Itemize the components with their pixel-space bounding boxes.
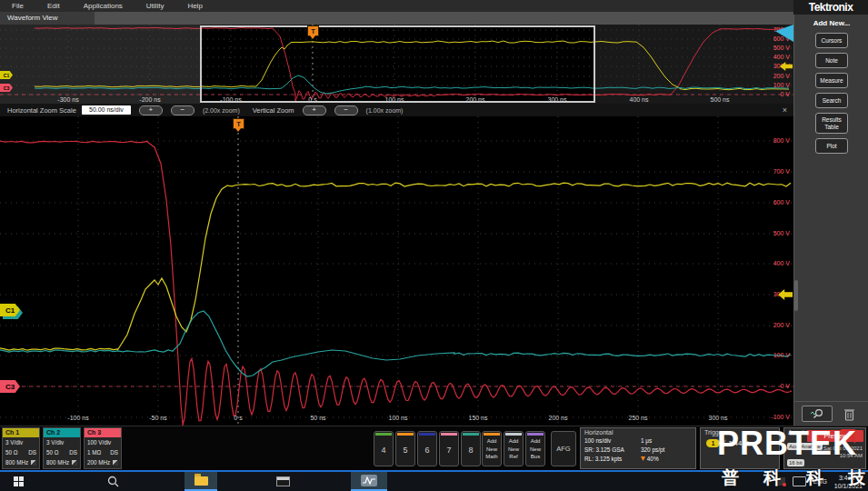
horizontal-badge[interactable]: Horizontal 100 ns/div 1 μs SR: 3.125 GSA… bbox=[580, 427, 696, 469]
svg-text:100 ns: 100 ns bbox=[388, 415, 408, 421]
trigger-position-icon bbox=[641, 456, 645, 461]
ref-l1: Add bbox=[504, 437, 523, 446]
channel-8-label: 8 bbox=[462, 446, 480, 455]
add-new-ref-button[interactable]: Add New Ref bbox=[504, 431, 524, 466]
ch2-bandwidth: 800 MHz bbox=[46, 457, 69, 467]
h-zoom-scale-input[interactable]: 50.00 ns/div bbox=[82, 105, 131, 115]
tektronix-logo: Tektronix bbox=[793, 1, 868, 14]
svg-text:200 V: 200 V bbox=[773, 73, 791, 79]
ch1-badge[interactable]: Ch 1 3 V/div 50 ΩDS 800 MHz bbox=[2, 427, 40, 469]
taskbar-search-button[interactable] bbox=[98, 472, 127, 491]
results-table-button[interactable]: Results Table bbox=[815, 113, 848, 134]
ch1-impedance: 50 Ω bbox=[5, 447, 17, 457]
add-new-title: Add New... bbox=[794, 19, 868, 27]
start-button[interactable] bbox=[4, 472, 33, 491]
measure-button[interactable]: Measure bbox=[815, 73, 848, 88]
scrollbar-handle[interactable] bbox=[794, 280, 798, 311]
add-new-bus-button[interactable]: Add New Bus bbox=[525, 431, 545, 466]
channel-7-color-bar bbox=[441, 433, 457, 436]
ch2-impedance: 50 Ω bbox=[46, 447, 58, 457]
ch3-badge-header: Ch 3 bbox=[85, 428, 121, 437]
svg-text:600 V: 600 V bbox=[773, 199, 791, 205]
channel-6-button[interactable]: 6 bbox=[417, 431, 437, 466]
record-length: RL: 3.125 kpts bbox=[584, 455, 641, 464]
sample-resolution: 320 ps/pt bbox=[641, 446, 692, 455]
svg-text:400 ns: 400 ns bbox=[629, 96, 649, 103]
prbtek-watermark: PRBTEK bbox=[717, 427, 857, 460]
ch2-probe-icon bbox=[72, 460, 77, 466]
h-zoom-minus-button[interactable]: − bbox=[171, 105, 195, 115]
file-explorer-button[interactable] bbox=[185, 472, 217, 491]
right-sidebar: Tektronix Add New... Cursors Note Measur… bbox=[793, 0, 868, 426]
ch2-badge[interactable]: Ch 2 3 V/div 50 ΩDS 800 MHz bbox=[43, 427, 81, 469]
svg-text:500 V: 500 V bbox=[773, 230, 791, 236]
ch2-vdiv: 3 V/div bbox=[46, 437, 64, 447]
menu-utility[interactable]: Utility bbox=[135, 0, 176, 12]
ch3-bandwidth: 200 MHz bbox=[87, 457, 110, 467]
svg-text:500 V: 500 V bbox=[773, 45, 791, 51]
svg-text:700 V: 700 V bbox=[773, 168, 791, 175]
terminal-button[interactable] bbox=[266, 472, 299, 491]
zoom-control-bar: Horizontal Zoom Scale 50.00 ns/div + − (… bbox=[0, 104, 793, 116]
keyboard-icon[interactable] bbox=[793, 476, 806, 486]
plot-button[interactable]: Plot bbox=[815, 138, 848, 154]
close-zoom-icon[interactable]: × bbox=[783, 105, 787, 115]
trash-icon[interactable] bbox=[843, 407, 855, 421]
bus-l3: Bus bbox=[526, 453, 544, 461]
afg-button[interactable]: AFG bbox=[551, 431, 576, 466]
svg-text:100 V: 100 V bbox=[773, 352, 791, 358]
search-button[interactable]: Search bbox=[815, 93, 848, 108]
channel-8-color-bar bbox=[463, 433, 479, 436]
h-zoom-plus-button[interactable]: + bbox=[139, 105, 163, 115]
v-zoom-factor: (1.00x zoom) bbox=[366, 107, 404, 114]
sample-rate: SR: 3.125 GSA bbox=[584, 446, 641, 455]
channel-4-button[interactable]: 4 bbox=[374, 431, 394, 466]
watermark-cn-2: 科 bbox=[763, 466, 781, 490]
trigger-marker-main[interactable]: T bbox=[233, 118, 244, 129]
bus-color-bar bbox=[527, 433, 544, 436]
svg-text:800 V: 800 V bbox=[773, 137, 791, 144]
channel-7-button[interactable]: 7 bbox=[439, 431, 459, 466]
search-icon bbox=[107, 476, 119, 487]
scope-app-button[interactable] bbox=[351, 472, 387, 491]
add-new-math-button[interactable]: Add New Math bbox=[482, 431, 502, 466]
bus-l1: Add bbox=[526, 437, 544, 446]
svg-text:50 ns: 50 ns bbox=[310, 415, 326, 421]
note-button[interactable]: Note bbox=[815, 53, 848, 68]
zoom-box[interactable] bbox=[200, 25, 595, 103]
horizontal-title: Horizontal bbox=[581, 428, 695, 436]
zoom-tool-button[interactable] bbox=[802, 406, 833, 422]
v-zoom-minus-button[interactable]: − bbox=[334, 105, 358, 115]
svg-text:-100 ns: -100 ns bbox=[67, 415, 89, 421]
watermark-cn-3: 科 bbox=[806, 466, 823, 490]
svg-text:250 ns: 250 ns bbox=[628, 415, 648, 421]
waveform-main-view[interactable]: -100 ns-50 ns0 s50 ns100 ns150 ns200 ns2… bbox=[0, 116, 793, 426]
svg-text:100 V: 100 V bbox=[773, 82, 791, 88]
channel-5-color-bar bbox=[397, 433, 414, 436]
ch2-badge-header: Ch 2 bbox=[44, 428, 80, 437]
svg-text:-100 V: -100 V bbox=[771, 414, 790, 420]
cursors-button[interactable]: Cursors bbox=[815, 33, 848, 48]
channel-6-label: 6 bbox=[418, 446, 436, 455]
menu-help[interactable]: Help bbox=[175, 0, 214, 12]
menu-applications[interactable]: Applications bbox=[72, 0, 135, 12]
menu-file[interactable]: File bbox=[0, 0, 35, 12]
waveform-overview[interactable]: -300 ns-200 ns-100 ns0 s100 ns200 ns300 … bbox=[0, 25, 793, 104]
horizontal-window: 1 μs bbox=[641, 436, 692, 446]
svg-text:400 V: 400 V bbox=[773, 260, 791, 266]
channel-5-button[interactable]: 5 bbox=[395, 431, 415, 466]
ref-color-bar bbox=[505, 433, 522, 436]
channel-8-button[interactable]: 8 bbox=[461, 431, 481, 466]
trigger-position: 40% bbox=[641, 455, 692, 464]
v-zoom-plus-button[interactable]: + bbox=[303, 105, 326, 115]
menu-bar: File Edit Applications Utility Help bbox=[0, 0, 793, 12]
trigger-marker-overview[interactable]: T bbox=[307, 25, 319, 36]
ch3-badge[interactable]: Ch 3 100 V/div 1 MΩDS 200 MHz bbox=[84, 427, 122, 469]
tab-waveform-view[interactable]: Waveform View bbox=[0, 12, 95, 25]
menu-edit[interactable]: Edit bbox=[35, 0, 72, 12]
ch1-vdiv: 3 V/div bbox=[5, 437, 23, 447]
sidebar-toolbar bbox=[794, 401, 868, 426]
channel-4-label: 4 bbox=[374, 446, 393, 455]
ch1-bandwidth: 800 MHz bbox=[5, 457, 28, 467]
watermark-cn-1: 普 bbox=[722, 466, 739, 490]
